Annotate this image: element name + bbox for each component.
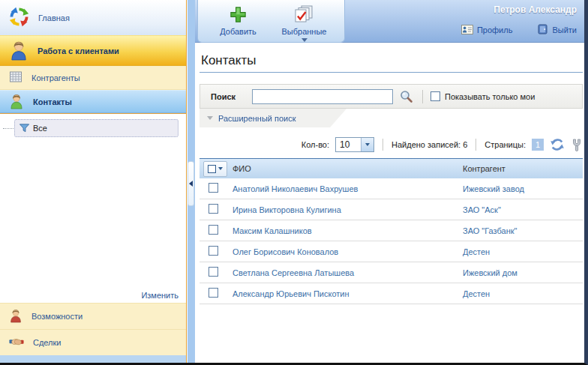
top-header: Добавить Выбранные Пет (195, 0, 584, 43)
contact-name-link[interactable]: Александр Юрьевич Пискотин (232, 289, 463, 298)
sidebar-splitter[interactable] (188, 0, 195, 363)
search-icon[interactable] (400, 90, 413, 103)
table-row[interactable]: Олег Борисович Коновалов Дестен (200, 241, 583, 262)
client-person-icon (9, 40, 28, 62)
column-header-name[interactable]: ФИО (232, 164, 463, 173)
refresh-icon[interactable] (550, 137, 565, 152)
row-checkbox[interactable] (208, 246, 218, 256)
toolbar: Добавить Выбранные (197, 0, 345, 43)
page-size-label: Кол-во: (302, 140, 329, 149)
folder-tree-panel: Все Изменить (0, 113, 186, 303)
account-link[interactable]: ЗАО "Газбанк" (463, 226, 583, 235)
tree-item-label: Все (33, 124, 47, 133)
contacts-grid: ФИО Контрагент Анатолий Николаевич Вахру… (200, 158, 583, 304)
account-link[interactable]: Ижевский дом (463, 268, 583, 277)
tree-item-all[interactable]: Все (14, 119, 178, 137)
contact-name-link[interactable]: Максим Калашников (232, 226, 463, 235)
sidebar-item-deals[interactable]: Сделки (0, 329, 186, 355)
sidebar-item-label: Главная (38, 13, 70, 22)
accounts-building-icon (9, 70, 22, 85)
user-name: Петров Александр (461, 4, 577, 15)
table-row[interactable]: Анатолий Николаевич Вахрушев Ижевский за… (200, 178, 583, 199)
pages-label: Страницы: (484, 140, 526, 149)
select-dropdown-button[interactable] (361, 138, 374, 151)
row-checkbox[interactable] (208, 288, 218, 298)
contact-name-link[interactable]: Светлана Сергеевна Латышева (232, 268, 463, 277)
edit-folders-link[interactable]: Изменить (141, 291, 178, 300)
home-cycle-icon (9, 7, 29, 28)
collapse-left-icon (189, 181, 193, 187)
grid-header: ФИО Контрагент (200, 158, 583, 178)
sidebar-item-clients[interactable]: Работа с клиентами (0, 35, 186, 66)
sidebar-item-label: Контрагенты (32, 73, 80, 82)
select-all-checkbox[interactable] (208, 165, 216, 173)
account-link[interactable]: Дестен (463, 289, 583, 298)
divider (476, 139, 476, 151)
search-input[interactable] (252, 89, 393, 104)
sidebar-item-label: Контакты (33, 97, 72, 106)
content: Контакты Поиск Показывать толь (195, 43, 584, 304)
show-only-mine-checkbox[interactable] (430, 91, 440, 101)
row-checkbox[interactable] (208, 204, 218, 214)
tree-connector (3, 128, 14, 129)
chevron-down-icon (218, 167, 223, 170)
chevron-down-icon (365, 143, 370, 146)
account-link[interactable]: ЗАО "Аск" (463, 205, 583, 214)
advanced-search-tab: Расширенный поиск (200, 109, 346, 127)
row-checkbox[interactable] (208, 183, 218, 193)
selected-pages-icon (295, 5, 314, 25)
add-button-label: Добавить (220, 27, 256, 36)
account-link[interactable]: Ижевский завод (463, 184, 583, 193)
table-row[interactable]: Ирина Викторовна Кулигина ЗАО "Аск" (200, 199, 583, 220)
sidebar-item-accounts[interactable]: Контрагенты (0, 66, 186, 90)
table-row[interactable]: Максим Калашников ЗАО "Газбанк" (200, 220, 583, 241)
pagination-bar: Кол-во: 10 Найдено записей: 6 Страницы: … (200, 137, 583, 152)
exit-door-icon (538, 24, 548, 36)
selected-menu-button[interactable]: Выбранные (275, 4, 334, 43)
filter-funnel-icon (19, 122, 30, 135)
sidebar-item-label: Возможности (32, 312, 82, 321)
grid-settings-wrench-icon[interactable] (571, 139, 583, 151)
main-area: Добавить Выбранные Пет (195, 0, 584, 363)
chevron-down-icon (302, 38, 308, 42)
title-divider (200, 72, 583, 73)
app-window: Главная Работа с клиентами (0, 0, 588, 365)
show-only-mine-label: Показывать только мои (445, 92, 535, 101)
select-all-dropdown-button[interactable] (203, 161, 227, 177)
column-header-account[interactable]: Контрагент (463, 164, 583, 173)
add-plus-icon (229, 5, 248, 25)
sidebar-item-contacts[interactable]: Контакты (0, 90, 186, 113)
page-number-button[interactable]: 1 (532, 139, 544, 151)
search-label: Поиск (211, 92, 236, 101)
sidebar: Главная Работа с клиентами (0, 0, 187, 363)
account-link[interactable]: Дестен (463, 247, 583, 256)
logout-link[interactable]: Выйти (538, 24, 577, 36)
table-row[interactable]: Светлана Сергеевна Латышева Ижевский дом (200, 262, 583, 283)
user-area: Петров Александр (461, 4, 577, 36)
grid-body: Анатолий Николаевич Вахрушев Ижевский за… (200, 178, 583, 304)
contact-name-link[interactable]: Олег Борисович Коновалов (232, 247, 463, 256)
profile-link[interactable]: Профиль (461, 24, 513, 36)
sidebar-footer-strip (0, 355, 186, 363)
row-checkbox[interactable] (208, 225, 218, 235)
opportunity-person-icon (9, 308, 22, 325)
contact-person-icon (9, 93, 24, 111)
advanced-search-link[interactable]: Расширенный поиск (218, 114, 296, 123)
collapse-down-icon (207, 116, 213, 120)
page-title: Контакты (200, 53, 584, 68)
records-found-label: Найдено записей: 6 (392, 140, 467, 149)
page-size-select[interactable]: 10 (335, 137, 374, 152)
contact-name-link[interactable]: Анатолий Николаевич Вахрушев (232, 184, 463, 193)
profile-link-label: Профиль (477, 25, 513, 34)
contact-name-link[interactable]: Ирина Викторовна Кулигина (232, 205, 463, 214)
divider (422, 90, 423, 103)
sidebar-item-label: Работа с клиентами (38, 46, 119, 55)
sidebar-item-opportunities[interactable]: Возможности (0, 303, 186, 329)
profile-card-icon (461, 25, 473, 36)
sidebar-item-home[interactable]: Главная (0, 0, 186, 35)
row-checkbox[interactable] (208, 267, 218, 277)
table-row[interactable]: Александр Юрьевич Пискотин Дестен (200, 283, 583, 304)
sidebar-collapse-handle[interactable] (188, 161, 194, 206)
divider (382, 139, 383, 151)
add-button[interactable]: Добавить (209, 4, 268, 37)
